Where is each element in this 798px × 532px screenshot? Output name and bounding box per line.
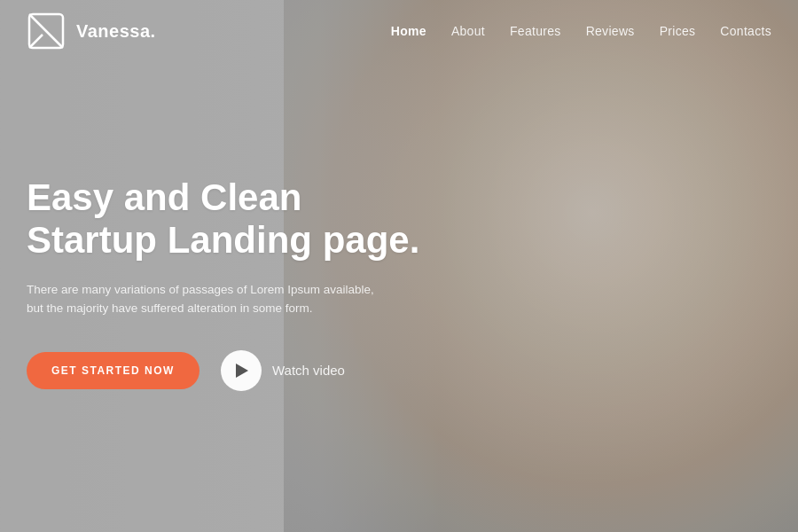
nav-about[interactable]: About [451,24,485,38]
logo: Vanessa. [27,12,156,51]
watch-video-button[interactable]: Watch video [221,350,345,391]
logo-text: Vanessa. [76,21,156,42]
play-circle-icon [221,350,262,391]
hero-title: Easy and Clean Startup Landing page. [27,176,434,262]
nav-features[interactable]: Features [510,24,561,38]
watch-video-label: Watch video [272,363,345,378]
nav-prices[interactable]: Prices [660,24,696,38]
hero-buttons: GET STARTED NOW Watch video [27,350,434,391]
nav-reviews[interactable]: Reviews [586,24,635,38]
hero-section: Vanessa. Home About Features Reviews Pri… [0,0,798,532]
main-nav: Home About Features Reviews Prices Conta… [391,24,771,38]
play-triangle-icon [236,364,248,378]
logo-icon [27,12,66,51]
get-started-button[interactable]: GET STARTED NOW [27,352,200,389]
hero-subtitle: There are many variations of passages of… [27,280,381,318]
svg-line-2 [29,35,43,48]
nav-contacts[interactable]: Contacts [720,24,771,38]
nav-home[interactable]: Home [391,24,426,38]
header: Vanessa. Home About Features Reviews Pri… [0,0,798,62]
hero-content: Easy and Clean Startup Landing page. The… [27,176,434,391]
